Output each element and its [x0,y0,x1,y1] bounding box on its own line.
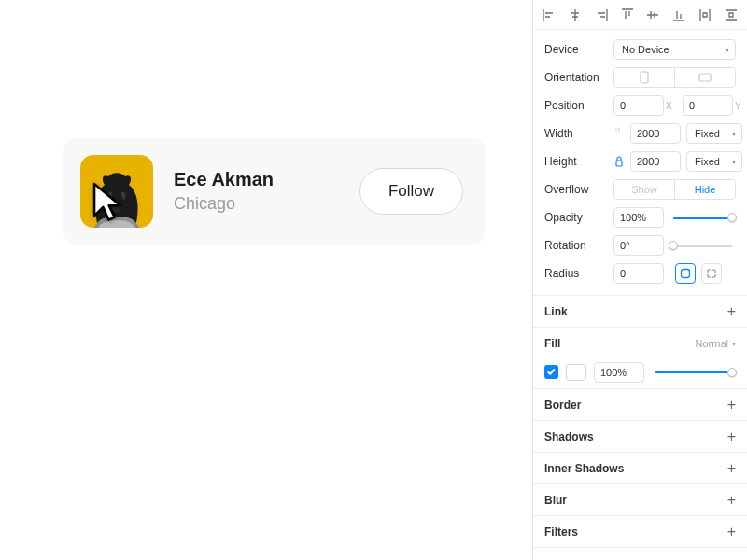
section-filters[interactable]: Filters + [533,516,747,548]
section-border[interactable]: Border + [533,389,747,421]
label-rotation: Rotation [544,239,608,252]
distribute-v-icon[interactable] [721,5,741,25]
position-y-input[interactable] [683,95,733,116]
plus-icon[interactable]: + [727,524,736,540]
orientation-segment[interactable] [613,67,736,88]
align-right-icon[interactable] [591,5,612,25]
device-dropdown[interactable]: No Device ▾ [613,39,736,60]
height-input[interactable] [630,151,681,172]
align-toolbar [533,0,747,30]
orientation-portrait-icon[interactable] [614,68,674,87]
label-orientation: Orientation [544,71,608,84]
fill-opacity-input[interactable] [594,362,644,383]
width-input[interactable] [630,123,681,144]
section-fill-header[interactable]: Fill Normal ▾ [533,328,747,359]
label-width: Width [544,127,608,140]
overflow-show-button[interactable]: Show [614,180,674,199]
profile-name: Ece Akman [174,168,339,191]
overflow-segment[interactable]: Show Hide [613,179,736,200]
section-shadows[interactable]: Shadows + [533,421,747,453]
label-device: Device [544,43,608,56]
radius-individual-icon[interactable] [701,263,722,284]
section-blur[interactable]: Blur + [533,484,747,516]
label-height: Height [544,155,608,168]
label-radius: Radius [544,267,608,280]
fill-color-swatch[interactable] [566,364,586,381]
align-left-icon[interactable] [539,5,559,25]
svg-rect-0 [641,72,648,83]
height-mode-dropdown[interactable]: Fixed▾ [686,151,742,172]
label-opacity: Opacity [544,211,608,224]
rotation-slider[interactable] [669,235,736,256]
radius-uniform-icon[interactable] [675,263,696,284]
svg-rect-1 [699,74,711,81]
align-bottom-icon[interactable] [669,5,689,25]
avatar[interactable] [80,155,153,228]
inspector-panel: Device No Device ▾ Orientation Position … [532,0,747,560]
radius-input[interactable] [613,263,664,284]
profile-card[interactable]: Ece Akman Chicago Follow [63,138,486,245]
orientation-landscape-icon[interactable] [674,68,735,87]
plus-icon[interactable]: + [727,397,736,413]
aspect-lock-icon[interactable] [613,155,625,168]
distribute-h-icon[interactable] [695,5,715,25]
svg-rect-2 [616,161,622,166]
width-mode-dropdown[interactable]: Fixed▾ [686,123,742,144]
label-position: Position [544,99,608,112]
opacity-slider[interactable] [669,207,736,228]
overflow-hide-button[interactable]: Hide [674,180,735,199]
fill-opacity-slider[interactable] [652,362,736,383]
plus-icon[interactable]: + [727,428,736,445]
label-overflow: Overflow [544,183,608,196]
section-inner-shadows[interactable]: Inner Shadows + [533,453,747,484]
section-link[interactable]: Link + [533,296,747,328]
align-center-h-icon[interactable] [565,5,585,25]
profile-text: Ece Akman Chicago [174,168,339,215]
profile-location: Chicago [174,193,339,215]
svg-rect-3 [682,270,690,278]
plus-icon[interactable]: + [727,460,736,477]
align-center-v-icon[interactable] [643,5,664,25]
fill-enabled-checkbox[interactable] [544,365,558,379]
align-top-icon[interactable] [617,5,638,25]
follow-button[interactable]: Follow [359,168,463,215]
opacity-input[interactable] [613,207,664,228]
position-x-input[interactable] [613,95,664,116]
canvas: Ece Akman Chicago Follow [0,0,532,560]
plus-icon[interactable]: + [727,492,736,509]
link-top-icon [613,127,625,140]
plus-icon[interactable]: + [727,303,736,320]
rotation-input[interactable] [613,235,664,256]
